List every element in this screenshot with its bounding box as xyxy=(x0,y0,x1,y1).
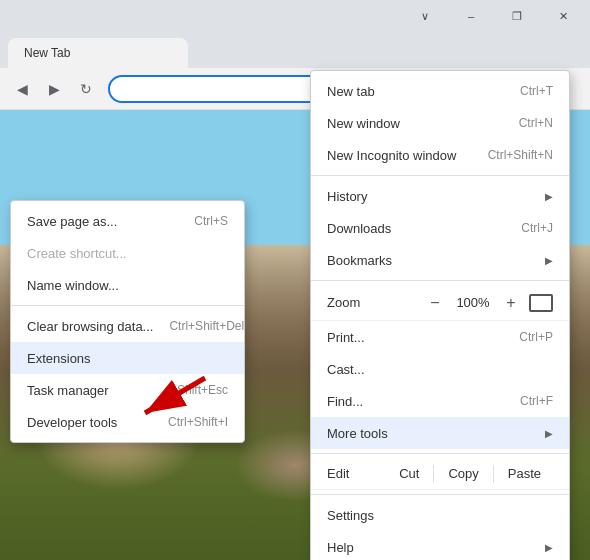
history-arrow-icon: ▶ xyxy=(545,191,553,202)
sub-menu-item-devtools[interactable]: Developer tools Ctrl+Shift+I xyxy=(11,406,244,438)
sub-menu-item-save-shortcut: Ctrl+S xyxy=(194,214,228,228)
menu-item-new-tab-shortcut: Ctrl+T xyxy=(520,84,553,98)
sub-menu-item-clear-data-label: Clear browsing data... xyxy=(27,319,153,334)
sub-menu-item-extensions-label: Extensions xyxy=(27,351,91,366)
menu-item-new-window-shortcut: Ctrl+N xyxy=(519,116,553,130)
sub-menu-item-save-label: Save page as... xyxy=(27,214,117,229)
menu-item-help-label: Help xyxy=(327,540,354,555)
zoom-row: Zoom − 100% + xyxy=(311,285,569,321)
sub-menu-item-clear-data[interactable]: Clear browsing data... Ctrl+Shift+Del xyxy=(11,310,244,342)
sub-menu-item-task-manager[interactable]: Task manager Shift+Esc xyxy=(11,374,244,406)
menu-item-new-window-label: New window xyxy=(327,116,400,131)
main-context-menu: New tab Ctrl+T New window Ctrl+N New Inc… xyxy=(310,70,570,560)
sub-context-menu: Save page as... Ctrl+S Create shortcut..… xyxy=(10,200,245,443)
menu-item-new-tab-label: New tab xyxy=(327,84,375,99)
cut-btn[interactable]: Cut xyxy=(387,464,431,483)
zoom-fullscreen-btn[interactable] xyxy=(529,294,553,312)
menu-item-find-label: Find... xyxy=(327,394,363,409)
menu-item-new-tab[interactable]: New tab Ctrl+T xyxy=(311,75,569,107)
sub-menu-item-task-manager-shortcut: Shift+Esc xyxy=(177,383,228,397)
sub-divider-1 xyxy=(11,305,244,306)
tab-bar: New Tab xyxy=(0,32,590,68)
active-tab[interactable]: New Tab xyxy=(8,38,188,68)
menu-item-settings-label: Settings xyxy=(327,508,374,523)
divider-3 xyxy=(311,453,569,454)
edit-row: Edit Cut Copy Paste xyxy=(311,458,569,490)
menu-item-more-tools[interactable]: More tools ▶ xyxy=(311,417,569,449)
title-bar: ∨ – ❐ ✕ xyxy=(0,0,590,32)
chevron-down-btn[interactable]: ∨ xyxy=(402,0,448,32)
divider-1 xyxy=(311,175,569,176)
menu-item-print[interactable]: Print... Ctrl+P xyxy=(311,321,569,353)
menu-item-incognito[interactable]: New Incognito window Ctrl+Shift+N xyxy=(311,139,569,171)
menu-item-cast[interactable]: Cast... xyxy=(311,353,569,385)
menu-item-history-label: History xyxy=(327,189,367,204)
close-btn[interactable]: ✕ xyxy=(540,0,586,32)
more-tools-arrow-icon: ▶ xyxy=(545,428,553,439)
back-icon[interactable]: ◀ xyxy=(8,75,36,103)
sub-menu-item-name-window-label: Name window... xyxy=(27,278,119,293)
edit-divider-2 xyxy=(493,465,494,483)
menu-item-incognito-shortcut: Ctrl+Shift+N xyxy=(488,148,553,162)
restore-btn[interactable]: ❐ xyxy=(494,0,540,32)
sub-menu-item-clear-data-shortcut: Ctrl+Shift+Del xyxy=(169,319,244,333)
menu-item-find[interactable]: Find... Ctrl+F xyxy=(311,385,569,417)
edit-label: Edit xyxy=(327,466,387,481)
menu-item-more-tools-label: More tools xyxy=(327,426,388,441)
paste-btn[interactable]: Paste xyxy=(496,464,553,483)
menu-item-incognito-label: New Incognito window xyxy=(327,148,456,163)
help-arrow-icon: ▶ xyxy=(545,542,553,553)
menu-item-bookmarks[interactable]: Bookmarks ▶ xyxy=(311,244,569,276)
minimize-btn[interactable]: – xyxy=(448,0,494,32)
edit-divider-1 xyxy=(433,465,434,483)
sub-menu-item-devtools-label: Developer tools xyxy=(27,415,117,430)
divider-4 xyxy=(311,494,569,495)
zoom-minus-btn[interactable]: − xyxy=(421,289,449,317)
menu-item-help[interactable]: Help ▶ xyxy=(311,531,569,560)
reload-icon[interactable]: ↻ xyxy=(72,75,100,103)
sub-menu-item-create-shortcut-label: Create shortcut... xyxy=(27,246,127,261)
menu-item-downloads-label: Downloads xyxy=(327,221,391,236)
menu-item-print-label: Print... xyxy=(327,330,365,345)
forward-icon[interactable]: ▶ xyxy=(40,75,68,103)
browser-window: ∨ – ❐ ✕ New Tab ◀ ▶ ↻ ⬆ ☆ 🛡 🔗 🧩 🌿 ⋮ New … xyxy=(0,0,590,560)
menu-item-downloads-shortcut: Ctrl+J xyxy=(521,221,553,235)
zoom-value: 100% xyxy=(449,295,497,310)
sub-menu-item-devtools-shortcut: Ctrl+Shift+I xyxy=(168,415,228,429)
menu-item-print-shortcut: Ctrl+P xyxy=(519,330,553,344)
sub-menu-item-name-window[interactable]: Name window... xyxy=(11,269,244,301)
menu-item-cast-label: Cast... xyxy=(327,362,365,377)
tab-label: New Tab xyxy=(24,46,70,60)
zoom-label: Zoom xyxy=(327,295,421,310)
menu-item-downloads[interactable]: Downloads Ctrl+J xyxy=(311,212,569,244)
menu-item-new-window[interactable]: New window Ctrl+N xyxy=(311,107,569,139)
zoom-plus-btn[interactable]: + xyxy=(497,289,525,317)
sub-menu-item-create-shortcut[interactable]: Create shortcut... xyxy=(11,237,244,269)
bookmarks-arrow-icon: ▶ xyxy=(545,255,553,266)
menu-item-bookmarks-label: Bookmarks xyxy=(327,253,392,268)
sub-menu-item-save[interactable]: Save page as... Ctrl+S xyxy=(11,205,244,237)
menu-item-settings[interactable]: Settings xyxy=(311,499,569,531)
menu-item-find-shortcut: Ctrl+F xyxy=(520,394,553,408)
sub-menu-item-task-manager-label: Task manager xyxy=(27,383,109,398)
menu-item-history[interactable]: History ▶ xyxy=(311,180,569,212)
sub-menu-item-extensions[interactable]: Extensions xyxy=(11,342,244,374)
divider-2 xyxy=(311,280,569,281)
copy-btn[interactable]: Copy xyxy=(436,464,490,483)
